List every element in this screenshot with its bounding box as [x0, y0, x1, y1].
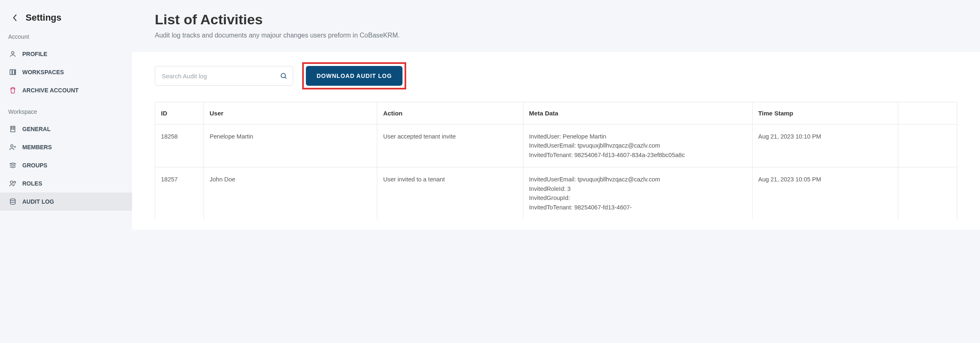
download-audit-log-button[interactable]: DOWNLOAD AUDIT LOG: [306, 66, 402, 86]
cell-time: Aug 21, 2023 10:05 PM: [752, 167, 898, 219]
page-subtitle: Audit log tracks and documents any majou…: [155, 32, 957, 39]
highlight-box: DOWNLOAD AUDIT LOG: [302, 62, 406, 89]
sidebar-item-label: PROFILE: [22, 51, 47, 57]
back-icon[interactable]: [12, 14, 17, 21]
content-card: DOWNLOAD AUDIT LOG ID User Action Meta D…: [132, 52, 980, 230]
sidebar-item-members[interactable]: MEMBERS: [0, 138, 132, 156]
auditlog-icon: [8, 197, 17, 206]
svg-point-0: [12, 52, 14, 54]
page-header: List of Activities Audit log tracks and …: [132, 0, 980, 44]
table-row: 18257 John Doe User invited to a tenant …: [155, 167, 957, 219]
profile-icon: [8, 49, 17, 59]
svg-rect-8: [14, 129, 14, 129]
svg-rect-3: [15, 70, 16, 75]
settings-header: Settings: [0, 12, 132, 33]
search-wrap: [155, 66, 293, 86]
groups-icon: [8, 161, 17, 170]
section-label-account: Account: [0, 33, 132, 45]
svg-rect-2: [12, 70, 14, 75]
col-header-action: Action: [377, 102, 523, 125]
sidebar-item-label: WORKSPACES: [22, 69, 64, 75]
cell-extra: [898, 125, 957, 167]
toolbar: DOWNLOAD AUDIT LOG: [155, 62, 957, 89]
svg-rect-7: [12, 129, 12, 129]
roles-icon: [8, 179, 17, 188]
col-header-id: ID: [155, 102, 204, 125]
sidebar: Settings Account PROFILE WORKSPACES ARCH…: [0, 0, 132, 343]
cell-time: Aug 21, 2023 10:10 PM: [752, 125, 898, 167]
page-title: List of Activities: [155, 12, 957, 28]
svg-point-10: [10, 181, 13, 183]
audit-log-table: ID User Action Meta Data Time Stamp 1825…: [155, 102, 957, 219]
svg-rect-5: [12, 127, 12, 128]
search-icon[interactable]: [280, 72, 287, 80]
settings-title: Settings: [26, 12, 62, 23]
svg-point-11: [14, 181, 16, 183]
members-icon: [8, 143, 17, 152]
col-header-meta: Meta Data: [523, 102, 752, 125]
cell-extra: [898, 167, 957, 219]
sidebar-item-label: GROUPS: [22, 162, 47, 169]
sidebar-item-profile[interactable]: PROFILE: [0, 45, 132, 63]
cell-user: John Doe: [204, 167, 377, 219]
sidebar-item-label: ARCHIVE ACCOUNT: [22, 87, 78, 94]
svg-rect-6: [14, 127, 14, 128]
col-header-time: Time Stamp: [752, 102, 898, 125]
sidebar-item-groups[interactable]: GROUPS: [0, 156, 132, 174]
sidebar-item-label: ROLES: [22, 180, 42, 187]
sidebar-item-label: AUDIT LOG: [22, 198, 54, 205]
cell-id: 18257: [155, 167, 204, 219]
general-icon: [8, 125, 17, 134]
archive-icon: [8, 86, 17, 95]
cell-meta: InvitedUser: Penelope Martin InvitedUser…: [523, 125, 752, 167]
sidebar-item-roles[interactable]: ROLES: [0, 174, 132, 193]
svg-point-9: [11, 145, 13, 147]
search-input[interactable]: [155, 66, 293, 86]
svg-rect-1: [10, 70, 12, 75]
col-header-user: User: [204, 102, 377, 125]
cell-user: Penelope Martin: [204, 125, 377, 167]
svg-point-12: [10, 199, 15, 201]
table-row: 18258 Penelope Martin User accepted tena…: [155, 125, 957, 167]
section-label-workspace: Workspace: [0, 108, 132, 120]
cell-action: User invited to a tenant: [377, 167, 523, 219]
sidebar-item-label: MEMBERS: [22, 144, 52, 150]
cell-id: 18258: [155, 125, 204, 167]
sidebar-item-archive-account[interactable]: ARCHIVE ACCOUNT: [0, 81, 132, 99]
sidebar-item-label: GENERAL: [22, 126, 50, 132]
col-header-extra: [898, 102, 957, 125]
sidebar-item-audit-log[interactable]: AUDIT LOG: [0, 193, 132, 211]
svg-point-13: [281, 73, 286, 78]
cell-meta: InvitedUserEmail: tpvuquxjbllhvzqacz@caz…: [523, 167, 752, 219]
sidebar-item-general[interactable]: GENERAL: [0, 120, 132, 138]
workspaces-icon: [8, 68, 17, 77]
sidebar-item-workspaces[interactable]: WORKSPACES: [0, 63, 132, 81]
cell-action: User accepted tenant invite: [377, 125, 523, 167]
table-header-row: ID User Action Meta Data Time Stamp: [155, 102, 957, 125]
main-content: List of Activities Audit log tracks and …: [132, 0, 980, 343]
